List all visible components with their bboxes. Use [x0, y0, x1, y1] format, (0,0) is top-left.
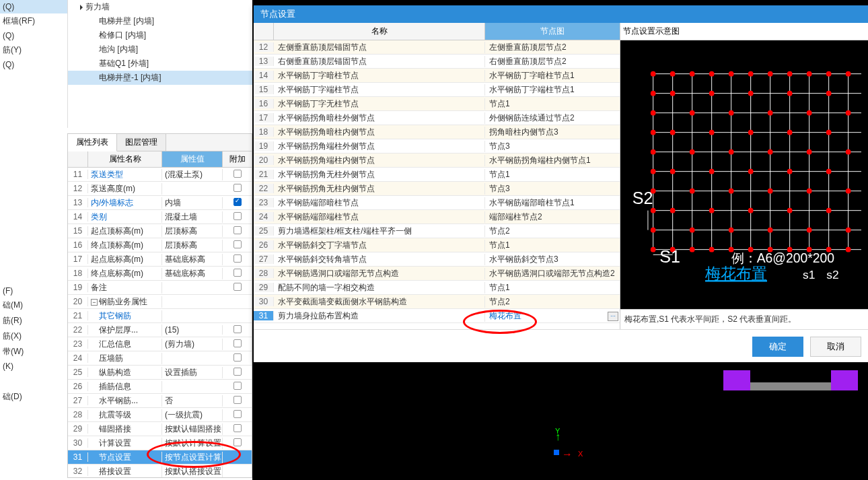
node-table-row[interactable]: 28水平钢筋遇洞口或端部无节点构造水平钢筋遇洞口或端部无节点构造2: [254, 267, 620, 281]
tab-layers[interactable]: 图层管理: [117, 134, 166, 151]
property-row[interactable]: 24 压墙筋: [68, 351, 252, 366]
property-row[interactable]: 18终点底标高(m)基础底标高: [68, 267, 252, 281]
preview-link[interactable]: 梅花布置: [704, 265, 767, 282]
property-row[interactable]: 12泵送高度(m): [68, 182, 252, 196]
svg-point-89: [846, 188, 851, 194]
checkbox[interactable]: [233, 424, 242, 432]
property-row[interactable]: 15起点顶标高(m)层顶标高: [68, 224, 252, 238]
checkbox[interactable]: [233, 368, 242, 376]
checkbox[interactable]: [233, 269, 242, 277]
left-item[interactable]: 筋(X): [0, 329, 67, 344]
node-table-row[interactable]: 23水平钢筋端部暗柱节点水平钢筋端部暗柱节点1: [254, 196, 620, 210]
cell-more-button[interactable]: ⋯: [608, 312, 618, 321]
property-row[interactable]: 19备注: [68, 281, 252, 295]
node-table-row[interactable]: 17水平钢筋拐角暗柱外侧节点外侧钢筋连续通过节点2: [254, 111, 620, 125]
checkbox[interactable]: [233, 226, 242, 234]
node-table-row[interactable]: 20水平钢筋拐角端柱内侧节点水平钢筋拐角端柱内侧节点1: [254, 153, 620, 168]
checkbox[interactable]: [233, 240, 242, 248]
node-table-row[interactable]: 15水平钢筋丁字端柱节点水平钢筋丁字端柱节点1: [254, 83, 620, 97]
checkbox[interactable]: [233, 410, 242, 418]
property-row[interactable]: 30 计算设置按默认计算设置...: [68, 436, 252, 450]
left-item[interactable]: 带(W): [0, 344, 67, 359]
checkbox[interactable]: [233, 396, 242, 404]
property-row[interactable]: 11泵送类型(混凝土泵): [68, 168, 252, 182]
checkbox[interactable]: [233, 198, 242, 206]
svg-point-82: [826, 130, 832, 135]
node-table-row[interactable]: 18水平钢筋拐角暗柱内侧节点拐角暗柱内侧节点3: [254, 125, 620, 139]
left-item[interactable]: (F): [0, 284, 67, 298]
tree-root[interactable]: 剪力墙: [68, 0, 252, 14]
checkbox[interactable]: [233, 325, 242, 333]
checkbox[interactable]: [233, 382, 242, 390]
checkbox[interactable]: [233, 283, 242, 291]
left-item[interactable]: (Q): [0, 58, 67, 71]
node-table-row[interactable]: 27水平钢筋斜交转角墙节点水平钢筋斜交节点3: [254, 252, 620, 267]
tree-node[interactable]: 电梯井壁 [内墙]: [68, 14, 252, 28]
col-node[interactable]: 节点图: [485, 23, 620, 40]
property-row[interactable]: 29 锚固搭接按默认锚固搭接...: [68, 422, 252, 436]
svg-point-77: [807, 188, 812, 194]
svg-point-69: [787, 91, 793, 96]
ok-button[interactable]: 确定: [752, 337, 803, 357]
property-row[interactable]: 16终点顶标高(m)层顶标高: [68, 238, 252, 252]
property-row[interactable]: 13内/外墙标志内墙: [68, 196, 252, 210]
tree-node[interactable]: 电梯井壁-1 [内墙]: [68, 71, 252, 85]
tree-node[interactable]: 基础Q1 [外墙]: [68, 57, 252, 71]
property-row[interactable]: 23 汇总信息(剪力墙): [68, 337, 252, 351]
property-row[interactable]: 22 保护层厚...(15): [68, 323, 252, 337]
svg-point-30: [651, 228, 656, 233]
left-item[interactable]: (Q): [0, 29, 67, 42]
property-row[interactable]: 25 纵筋构造设置插筋: [68, 366, 252, 380]
property-row[interactable]: 14类别混凝土墙: [68, 210, 252, 224]
svg-point-81: [826, 91, 832, 96]
node-table-row[interactable]: 29配筋不同的墙一字相交构造节点1: [254, 281, 620, 295]
checkbox[interactable]: [233, 170, 242, 178]
cancel-button[interactable]: 取消: [810, 337, 861, 357]
node-table-row[interactable]: 30水平变截面墙变截面侧水平钢筋构造节点2: [254, 295, 620, 309]
node-table-row[interactable]: 12左侧垂直筋顶层锚固节点左侧垂直筋顶层节点2: [254, 40, 620, 55]
svg-point-71: [787, 169, 793, 174]
checkbox[interactable]: [233, 438, 242, 446]
left-item[interactable]: 框墙(RF): [0, 13, 67, 29]
left-item[interactable]: 筋(Y): [0, 42, 67, 58]
left-item[interactable]: (K): [0, 359, 67, 373]
property-row[interactable]: 26 插筋信息: [68, 380, 252, 394]
node-table-row[interactable]: 21水平钢筋拐角无柱外侧节点节点1: [254, 168, 620, 182]
node-table-row[interactable]: 24水平钢筋端部端柱节点端部端柱节点2: [254, 210, 620, 224]
property-row[interactable]: 31 节点设置按节点设置计算 ⋯: [68, 450, 252, 465]
left-item[interactable]: [0, 152, 67, 156]
node-table-row[interactable]: 31剪力墙身拉筋布置构造梅花布置⋯: [254, 309, 620, 323]
property-row[interactable]: 28 抗震等级(一级抗震): [68, 408, 252, 422]
checkbox[interactable]: [233, 254, 242, 263]
node-table-row[interactable]: 19水平钢筋拐角端柱外侧节点节点3: [254, 139, 620, 153]
left-item[interactable]: (Q): [0, 0, 67, 13]
svg-point-24: [651, 110, 656, 116]
header-value[interactable]: 属性值: [162, 151, 223, 167]
dialog-title: 节点设置: [254, 5, 868, 23]
tab-properties[interactable]: 属性列表: [68, 134, 117, 151]
col-name[interactable]: 名称: [274, 23, 485, 40]
checkbox[interactable]: [233, 212, 242, 220]
node-table-row[interactable]: 16水平钢筋丁字无柱节点节点1: [254, 97, 620, 111]
tree-node[interactable]: 地沟 [内墙]: [68, 42, 252, 57]
property-row[interactable]: 32 搭接设置按默认搭接设置...: [68, 465, 252, 477]
checkbox[interactable]: [233, 353, 242, 362]
left-item[interactable]: 筋(R): [0, 313, 67, 329]
node-table-row[interactable]: 26水平钢筋斜交丁字墙节点节点1: [254, 238, 620, 252]
left-item[interactable]: 础(M): [0, 298, 67, 313]
property-row[interactable]: 20−钢筋业务属性: [68, 295, 252, 309]
node-table-row[interactable]: 14水平钢筋丁字暗柱节点水平钢筋丁字暗柱节点1: [254, 69, 620, 83]
canvas-object[interactable]: [723, 370, 858, 390]
checkbox[interactable]: [233, 339, 242, 347]
node-table-row[interactable]: 25剪力墙遇框架柱/框支柱/端柱平齐一侧节点2: [254, 224, 620, 238]
checkbox[interactable]: [233, 184, 242, 192]
property-row[interactable]: 21 其它钢筋: [68, 309, 252, 323]
node-table-row[interactable]: 22水平钢筋拐角无柱内侧节点节点3: [254, 182, 620, 196]
node-table-row[interactable]: 13右侧垂直筋顶层锚固节点右侧垂直筋顶层节点2: [254, 55, 620, 69]
property-row[interactable]: 27 水平钢筋...否: [68, 394, 252, 408]
property-rows: 11泵送类型(混凝土泵)12泵送高度(m)13内/外墙标志内墙14类别混凝土墙1…: [68, 168, 252, 477]
left-item[interactable]: 础(D): [0, 389, 67, 405]
property-row[interactable]: 17起点底标高(m)基础底标高: [68, 252, 252, 267]
svg-point-43: [690, 247, 695, 252]
tree-node[interactable]: 检修口 [内墙]: [68, 28, 252, 42]
